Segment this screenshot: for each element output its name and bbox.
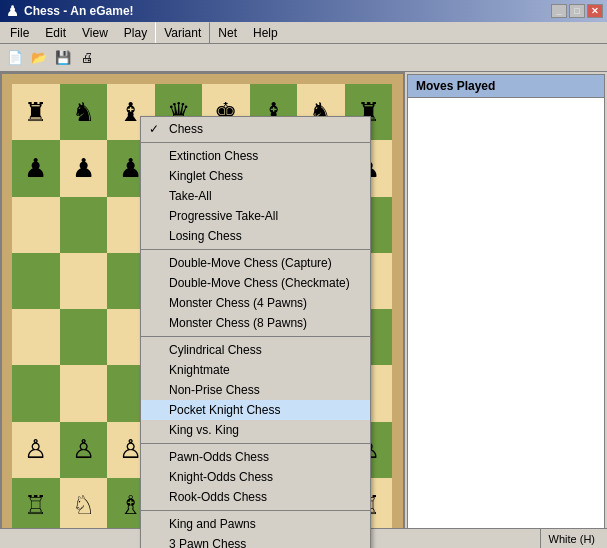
variant-menu-item-pawn_odds[interactable]: Pawn-Odds Chess: [141, 447, 370, 467]
variant-menu-item-doublemove_checkmate[interactable]: Double-Move Chess (Checkmate): [141, 273, 370, 293]
variant-menu-item-losing[interactable]: Losing Chess: [141, 226, 370, 246]
variant-menu-item-king_pawns[interactable]: King and Pawns: [141, 514, 370, 534]
variant-dropdown: ChessExtinction ChessKinglet ChessTake-A…: [140, 116, 371, 548]
board-cell[interactable]: [60, 253, 108, 309]
variant-menu-item-knight_odds[interactable]: Knight-Odds Chess: [141, 467, 370, 487]
variant-menu-item-three_pawn[interactable]: 3 Pawn Chess: [141, 534, 370, 548]
variant-menu-item-extinction[interactable]: Extinction Chess: [141, 146, 370, 166]
board-cell[interactable]: [60, 197, 108, 253]
board-cell[interactable]: ♖: [12, 478, 60, 534]
chess-piece: ♟: [119, 153, 142, 184]
status-right: White (H): [540, 529, 603, 548]
menu-separator: [141, 249, 370, 250]
minimize-button[interactable]: _: [551, 4, 567, 18]
variant-menu-item-monster4[interactable]: Monster Chess (4 Pawns): [141, 293, 370, 313]
menu-variant[interactable]: Variant: [155, 22, 210, 43]
window-title: Chess - An eGame!: [24, 4, 551, 18]
close-button[interactable]: ✕: [587, 4, 603, 18]
right-panel: Moves Played ◄ ►: [407, 74, 605, 546]
board-cell[interactable]: [60, 365, 108, 421]
chess-piece: ♝: [119, 97, 142, 128]
board-cell[interactable]: [12, 253, 60, 309]
toolbar-open[interactable]: 📂: [28, 47, 50, 69]
menu-help[interactable]: Help: [245, 22, 286, 43]
chess-piece: ♟: [72, 153, 95, 184]
toolbar-save[interactable]: 💾: [52, 47, 74, 69]
menu-file[interactable]: File: [2, 22, 37, 43]
variant-menu-item-knightmate[interactable]: Knightmate: [141, 360, 370, 380]
variant-menu-item-doublemove_capture[interactable]: Double-Move Chess (Capture): [141, 253, 370, 273]
window-controls: _ □ ✕: [551, 4, 603, 18]
board-cell[interactable]: ♞: [60, 84, 108, 140]
chess-piece: ♞: [72, 97, 95, 128]
menu-edit[interactable]: Edit: [37, 22, 74, 43]
variant-menu-item-kinglet[interactable]: Kinglet Chess: [141, 166, 370, 186]
variant-menu-item-nonprise[interactable]: Non-Prise Chess: [141, 380, 370, 400]
chess-piece: ♙: [24, 434, 47, 465]
menu-separator: [141, 142, 370, 143]
variant-menu-item-cylindrical[interactable]: Cylindrical Chess: [141, 340, 370, 360]
main-content: ♜♞♝♛♚♝♞♜♟♟♟♟♟♟♟♟♙♙♙♙♙♙♙♙♖♘♗♕♔♗♘♖ Moves P…: [0, 72, 607, 548]
chess-piece: ♙: [119, 434, 142, 465]
menu-separator: [141, 336, 370, 337]
toolbar: 📄 📂 💾 🖨: [0, 44, 607, 72]
app-icon: ♟: [4, 3, 20, 19]
menu-view[interactable]: View: [74, 22, 116, 43]
variant-menu-item-takeall[interactable]: Take-All: [141, 186, 370, 206]
board-cell[interactable]: ♙: [12, 422, 60, 478]
variant-menu-item-pocket_knight[interactable]: Pocket Knight Chess: [141, 400, 370, 420]
menu-separator: [141, 443, 370, 444]
variant-menu-item-monster8[interactable]: Monster Chess (8 Pawns): [141, 313, 370, 333]
chess-piece: ♖: [24, 490, 47, 521]
menu-play[interactable]: Play: [116, 22, 155, 43]
maximize-button[interactable]: □: [569, 4, 585, 18]
board-cell[interactable]: ♘: [60, 478, 108, 534]
board-cell[interactable]: [60, 309, 108, 365]
variant-menu-item-kingvsking[interactable]: King vs. King: [141, 420, 370, 440]
menu-net[interactable]: Net: [210, 22, 245, 43]
moves-content[interactable]: [408, 98, 604, 529]
board-cell[interactable]: ♟: [12, 140, 60, 196]
chess-piece: ♜: [24, 97, 47, 128]
toolbar-new[interactable]: 📄: [4, 47, 26, 69]
chess-piece: ♟: [24, 153, 47, 184]
menu-bar: File Edit View Play Variant Net Help: [0, 22, 607, 44]
toolbar-print[interactable]: 🖨: [76, 47, 98, 69]
title-bar: ♟ Chess - An eGame! _ □ ✕: [0, 0, 607, 22]
board-cell[interactable]: [12, 365, 60, 421]
board-cell[interactable]: ♟: [60, 140, 108, 196]
moves-header: Moves Played: [408, 75, 604, 98]
variant-menu-item-rook_odds[interactable]: Rook-Odds Chess: [141, 487, 370, 507]
variant-menu-item-chess[interactable]: Chess: [141, 119, 370, 139]
board-cell[interactable]: [12, 309, 60, 365]
board-cell[interactable]: ♙: [60, 422, 108, 478]
variant-menu-item-progressive[interactable]: Progressive Take-All: [141, 206, 370, 226]
menu-separator: [141, 510, 370, 511]
chess-piece: ♘: [72, 490, 95, 521]
chess-piece: ♗: [119, 490, 142, 521]
chess-piece: ♙: [72, 434, 95, 465]
board-cell[interactable]: ♜: [12, 84, 60, 140]
board-cell[interactable]: [12, 197, 60, 253]
